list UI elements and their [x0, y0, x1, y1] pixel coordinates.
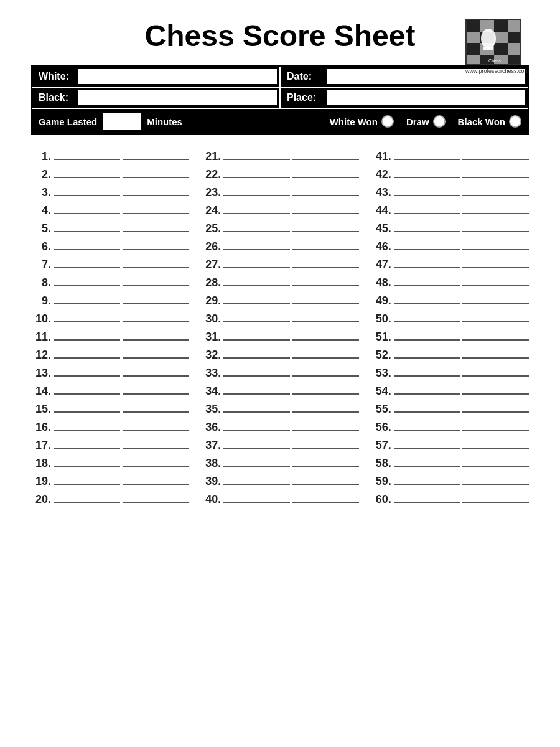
black-move-line[interactable]: [292, 357, 359, 359]
black-move-line[interactable]: [292, 213, 359, 214]
white-move-line[interactable]: [54, 177, 120, 178]
white-move-line[interactable]: [394, 411, 460, 413]
black-move-line[interactable]: [462, 177, 529, 178]
black-move-line[interactable]: [123, 448, 189, 449]
white-move-line[interactable]: [223, 213, 290, 214]
white-won-radio[interactable]: [381, 115, 394, 128]
black-move-line[interactable]: [292, 267, 359, 268]
black-move-line[interactable]: [292, 375, 359, 377]
black-move-line[interactable]: [462, 267, 529, 268]
black-move-line[interactable]: [462, 285, 529, 286]
white-move-line[interactable]: [223, 321, 290, 322]
black-move-line[interactable]: [292, 249, 359, 250]
white-won-option[interactable]: White Won: [330, 115, 394, 128]
black-won-option[interactable]: Black Won: [458, 115, 521, 128]
black-move-line[interactable]: [292, 430, 359, 431]
white-move-line[interactable]: [394, 393, 460, 395]
black-move-line[interactable]: [123, 213, 189, 214]
black-move-line[interactable]: [123, 321, 189, 322]
white-move-line[interactable]: [54, 411, 120, 413]
black-move-line[interactable]: [462, 321, 529, 322]
white-move-line[interactable]: [54, 484, 120, 485]
white-move-line[interactable]: [223, 430, 290, 431]
white-move-line[interactable]: [223, 249, 290, 250]
black-move-line[interactable]: [292, 393, 359, 395]
white-move-line[interactable]: [223, 375, 290, 377]
white-move-line[interactable]: [54, 213, 120, 214]
white-move-line[interactable]: [394, 430, 460, 431]
black-move-line[interactable]: [462, 448, 529, 449]
black-move-line[interactable]: [462, 411, 529, 413]
black-move-line[interactable]: [123, 502, 189, 503]
black-move-line[interactable]: [462, 375, 529, 377]
white-move-line[interactable]: [223, 357, 290, 359]
white-move-line[interactable]: [223, 303, 290, 304]
white-move-line[interactable]: [394, 213, 460, 214]
white-move-line[interactable]: [54, 303, 120, 304]
white-move-line[interactable]: [223, 195, 290, 196]
black-move-line[interactable]: [123, 375, 189, 377]
white-move-line[interactable]: [223, 231, 290, 232]
black-move-line[interactable]: [292, 448, 359, 449]
white-move-line[interactable]: [54, 502, 120, 503]
black-move-line[interactable]: [292, 231, 359, 232]
white-move-line[interactable]: [394, 267, 460, 268]
white-move-line[interactable]: [394, 357, 460, 359]
white-move-line[interactable]: [223, 393, 290, 395]
black-move-line[interactable]: [462, 466, 529, 467]
white-move-line[interactable]: [394, 285, 460, 286]
black-move-line[interactable]: [292, 159, 359, 160]
black-input[interactable]: [78, 90, 277, 105]
white-move-line[interactable]: [223, 411, 290, 413]
black-move-line[interactable]: [462, 249, 529, 250]
white-move-line[interactable]: [394, 466, 460, 467]
black-move-line[interactable]: [292, 339, 359, 341]
white-move-line[interactable]: [54, 375, 120, 377]
white-move-line[interactable]: [394, 177, 460, 178]
white-move-line[interactable]: [54, 267, 120, 268]
white-move-line[interactable]: [394, 448, 460, 449]
draw-radio[interactable]: [433, 115, 446, 128]
place-input[interactable]: [327, 90, 525, 105]
black-move-line[interactable]: [292, 466, 359, 467]
white-move-line[interactable]: [54, 231, 120, 232]
draw-option[interactable]: Draw: [406, 115, 446, 128]
black-move-line[interactable]: [462, 159, 529, 160]
black-move-line[interactable]: [292, 321, 359, 322]
white-move-line[interactable]: [223, 159, 290, 160]
black-move-line[interactable]: [462, 195, 529, 196]
black-move-line[interactable]: [462, 357, 529, 359]
black-move-line[interactable]: [292, 484, 359, 485]
white-move-line[interactable]: [223, 285, 290, 286]
black-move-line[interactable]: [292, 285, 359, 286]
white-move-line[interactable]: [54, 357, 120, 359]
black-move-line[interactable]: [123, 231, 189, 232]
black-move-line[interactable]: [292, 195, 359, 196]
black-move-line[interactable]: [292, 411, 359, 413]
black-move-line[interactable]: [123, 393, 189, 395]
black-move-line[interactable]: [462, 393, 529, 395]
white-move-line[interactable]: [54, 195, 120, 196]
white-move-line[interactable]: [394, 484, 460, 485]
white-move-line[interactable]: [223, 267, 290, 268]
black-move-line[interactable]: [292, 303, 359, 304]
black-move-line[interactable]: [123, 303, 189, 304]
black-move-line[interactable]: [123, 357, 189, 359]
white-move-line[interactable]: [394, 231, 460, 232]
white-move-line[interactable]: [223, 339, 290, 341]
white-move-line[interactable]: [223, 177, 290, 178]
black-move-line[interactable]: [123, 249, 189, 250]
white-move-line[interactable]: [394, 195, 460, 196]
black-move-line[interactable]: [462, 339, 529, 341]
black-move-line[interactable]: [123, 195, 189, 196]
black-move-line[interactable]: [123, 159, 189, 160]
black-won-radio[interactable]: [509, 115, 521, 128]
white-move-line[interactable]: [394, 339, 460, 341]
white-move-line[interactable]: [54, 321, 120, 322]
black-move-line[interactable]: [462, 213, 529, 214]
white-move-line[interactable]: [54, 430, 120, 431]
white-move-line[interactable]: [54, 285, 120, 286]
white-input[interactable]: [78, 69, 277, 84]
white-move-line[interactable]: [54, 466, 120, 467]
black-move-line[interactable]: [123, 285, 189, 286]
